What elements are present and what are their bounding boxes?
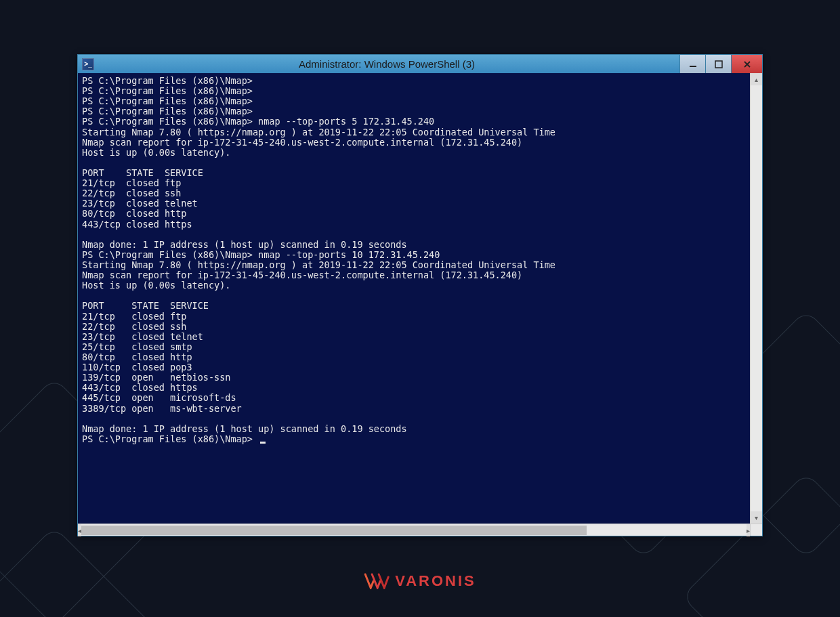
- vertical-scroll-track[interactable]: [751, 85, 762, 511]
- minimize-icon: [689, 60, 697, 68]
- powershell-window: >_ Administrator: Windows PowerShell (3)…: [77, 54, 763, 536]
- window-controls: [679, 55, 762, 73]
- terminal-cursor: [260, 442, 266, 444]
- close-button[interactable]: [731, 55, 762, 73]
- titlebar[interactable]: >_ Administrator: Windows PowerShell (3): [78, 55, 762, 73]
- scroll-up-button[interactable]: ▴: [751, 73, 762, 85]
- maximize-button[interactable]: [705, 55, 731, 73]
- minimize-button[interactable]: [679, 55, 705, 73]
- horizontal-scroll-thumb[interactable]: [81, 526, 587, 535]
- svg-rect-1: [715, 61, 722, 68]
- brand-logo: VARONIS: [364, 572, 476, 590]
- window-title: Administrator: Windows PowerShell (3): [94, 58, 679, 70]
- varonis-mark-icon: [364, 573, 390, 589]
- brand-name: VARONIS: [395, 572, 476, 590]
- scroll-down-button[interactable]: ▾: [751, 511, 762, 524]
- horizontal-scrollbar[interactable]: ◂ ▸: [78, 524, 750, 536]
- vertical-scrollbar[interactable]: ▴ ▾: [750, 73, 762, 524]
- close-icon: [743, 60, 751, 68]
- horizontal-scroll-track[interactable]: [81, 524, 747, 536]
- terminal-output[interactable]: PS C:\Program Files (x86)\Nmap> PS C:\Pr…: [78, 73, 750, 524]
- powershell-icon: >_: [82, 58, 94, 70]
- svg-rect-0: [690, 66, 696, 67]
- maximize-icon: [715, 60, 723, 68]
- scroll-corner: [750, 524, 762, 536]
